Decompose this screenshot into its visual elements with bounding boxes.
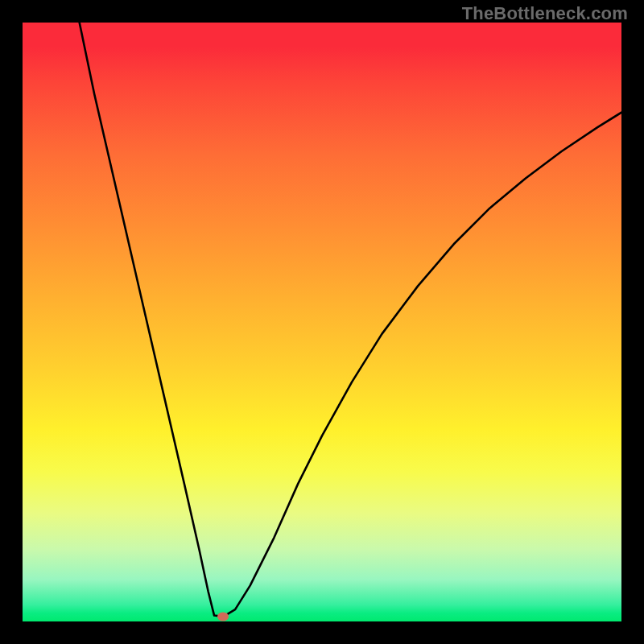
plot-area [23, 23, 621, 621]
minimum-marker [217, 613, 229, 621]
chart-frame: TheBottleneck.com [0, 0, 644, 644]
watermark-text: TheBottleneck.com [462, 3, 628, 24]
bottleneck-curve [80, 23, 621, 617]
curve-svg [23, 23, 621, 621]
